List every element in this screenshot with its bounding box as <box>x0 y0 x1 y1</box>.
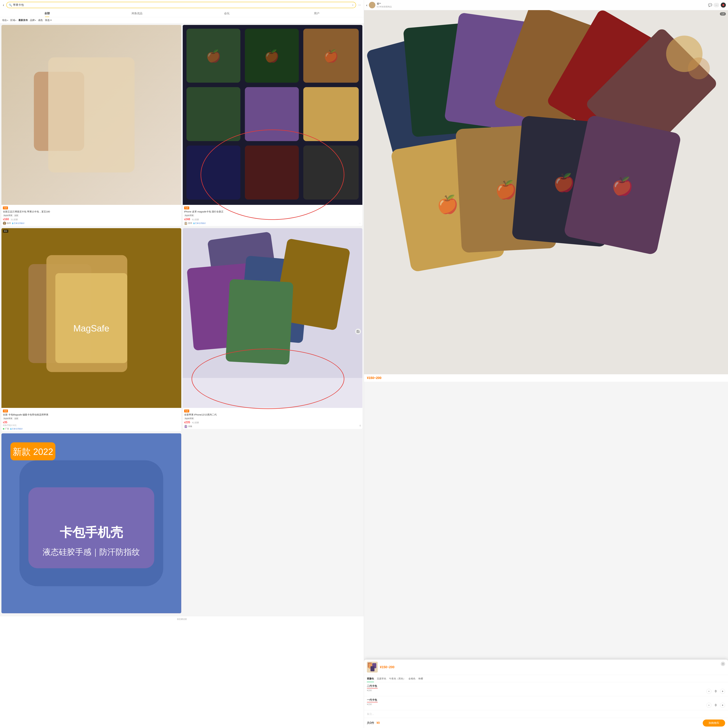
shipping-badge-3: 包邮 <box>3 409 8 412</box>
search-text: 苹果卡包 <box>13 3 351 7</box>
record-button[interactable] <box>721 3 726 8</box>
product-main-image[interactable]: 🍎 🍎 🍎 🍎 1/4 <box>364 10 728 374</box>
product-image-2: 🍎 🍎 🍎 <box>183 25 362 205</box>
scroll-up-button[interactable]: ↑ <box>359 424 361 428</box>
shipping-badge-2: 包邮 <box>184 207 189 209</box>
header-actions: 💬 ··· <box>708 3 726 8</box>
product-card-3[interactable]: MagSafe 新款 包邮 全新 卡包Magsafe 磁吸卡包带动画适用苹果 A… <box>2 228 181 431</box>
more-options-button[interactable]: ··· <box>359 222 361 225</box>
qty-value-gen1: 0 <box>714 703 718 707</box>
clear-icon[interactable]: × <box>352 4 353 6</box>
total-info: 共0件 ¥0 <box>367 721 380 725</box>
tab-youpin[interactable]: 闲鱼优品 <box>92 10 182 17</box>
tab-users[interactable]: 用户 <box>272 10 362 17</box>
svg-text:卡包手机壳: 卡包手机壳 <box>60 526 123 539</box>
purchase-popup: ¥150~200 × 紫藤色 花菱草色 午夜色（黑色） 金褐色 绛樱 二代卡包 … <box>364 659 728 728</box>
filter-condition[interactable]: 成色 <box>38 18 43 22</box>
svg-text:新款 2022: 新款 2022 <box>13 447 53 457</box>
svg-text:🍎: 🍎 <box>206 49 221 63</box>
wechat-icon[interactable]: 💬 <box>708 3 712 7</box>
filter-more[interactable]: 筛选 ≡ <box>45 18 52 22</box>
bottom-hint: 你交易过的 <box>0 616 364 622</box>
color-tab-jiangying[interactable]: 绛樱 <box>418 677 423 682</box>
svg-rect-23 <box>245 146 299 199</box>
left-column: 包邮 全新正品兰博基尼卡包 苹果13卡包，某宝180 Apple/苹果 全新 ¥… <box>1 24 182 615</box>
filter-brand[interactable]: 品牌 ▾ <box>30 18 36 22</box>
seller-avatar-4 <box>184 425 187 428</box>
products-scroll[interactable]: 包邮 全新正品兰博基尼卡包 苹果13卡包，某宝180 Apple/苹果 全新 ¥… <box>0 23 364 728</box>
svg-rect-58 <box>370 666 375 671</box>
filter-bar: 综合 ▾ 区域 ▾ 最新发布 品牌 ▾ 成色 筛选 ≡ <box>0 17 364 23</box>
svg-point-36 <box>371 3 373 6</box>
more-button[interactable]: ··· <box>358 2 362 8</box>
wallets-photo: 🍎 🍎 🍎 🍎 <box>364 10 728 374</box>
qty-decrease-gen1[interactable]: − <box>706 703 711 708</box>
popup-footer: 共0件 ¥0 加购物车 <box>364 718 728 728</box>
price-strikethrough: ¥150~200 <box>364 374 728 382</box>
left-panel: ‹ 🔍 苹果卡包 × ··· 全部 闲鱼优品 会玩 用户 综合 ▾ 区域 ▾ 最… <box>0 0 364 728</box>
search-input-wrapper[interactable]: 🔍 苹果卡包 × <box>6 2 356 8</box>
username: 紫** <box>377 2 707 5</box>
chevron-down-icon: ▾ <box>7 19 8 21</box>
svg-point-35 <box>185 425 187 427</box>
qty-value-gen2: 0 <box>714 690 718 693</box>
svg-text:液态硅胶手感｜防汗防指纹: 液态硅胶手感｜防汗防指纹 <box>43 547 140 557</box>
product-image-4 <box>183 228 362 378</box>
filter-composite[interactable]: 综合 ▾ <box>2 18 8 22</box>
tab-play[interactable]: 会玩 <box>182 10 272 17</box>
product-card-4[interactable]: 包邮 全新苹果 iPhone12/13系列二代 Apple/苹果 ¥235 4人… <box>183 228 362 429</box>
product-image-1 <box>20 43 163 187</box>
svg-text:🍎: 🍎 <box>553 172 575 193</box>
right-back-button[interactable]: ‹ <box>366 3 367 7</box>
sku-name-gen1: 一代卡包 <box>367 698 725 702</box>
chevron-down-icon: ▾ <box>15 19 16 21</box>
qty-increase-gen1[interactable]: + <box>720 703 725 708</box>
svg-point-2 <box>4 222 5 224</box>
product-card-5[interactable]: 卡包手机壳 液态硅胶手感｜防汗防指纹 新款 2022 <box>2 433 181 613</box>
svg-rect-1 <box>48 57 135 172</box>
more-options-button[interactable]: ··· <box>714 3 719 7</box>
svg-rect-20 <box>245 87 299 141</box>
filter-latest[interactable]: 最新发布 <box>18 18 28 22</box>
save-button[interactable] <box>355 329 361 334</box>
user-avatar <box>369 2 375 8</box>
qty-increase-gen2[interactable]: + <box>720 689 725 694</box>
color-tab-jinhui[interactable]: 金褐色 <box>408 677 416 682</box>
user-info: 紫** 6小时前查看商品 <box>377 2 707 8</box>
note-area[interactable]: 备注... <box>364 710 728 718</box>
price-value: ¥150~200 <box>367 376 381 380</box>
product-image-3: MagSafe <box>2 228 181 408</box>
filter-area[interactable]: 区域 ▾ <box>10 18 16 22</box>
product-card-1[interactable]: 包邮 全新正品兰博基尼卡包 苹果13卡包，某宝180 Apple/苹果 全新 ¥… <box>2 25 181 226</box>
svg-rect-19 <box>186 87 240 141</box>
svg-point-53 <box>688 57 710 79</box>
color-tab-wuye[interactable]: 午夜色（黑色） <box>389 677 405 682</box>
tab-bar: 全部 闲鱼优品 会玩 用户 <box>0 10 364 17</box>
svg-text:🍎: 🍎 <box>495 179 517 200</box>
popup-header: ¥150~200 × <box>364 659 728 675</box>
tab-all[interactable]: 全部 <box>2 10 92 17</box>
popup-close-button[interactable]: × <box>721 662 725 666</box>
search-icon: 🔍 <box>9 4 12 6</box>
svg-text:🍎: 🍎 <box>265 49 279 63</box>
svg-rect-6 <box>55 273 127 363</box>
color-tab-huaju[interactable]: 花菱草色 <box>377 677 386 682</box>
search-bar: ‹ 🔍 苹果卡包 × ··· <box>0 0 364 10</box>
total-count: 共0件 <box>367 721 374 724</box>
product-card-2[interactable]: 🍎 🍎 🍎 包邮 iPhone 皮革 magsafe卡包 国行全新正 Apple… <box>183 25 362 226</box>
add-to-cart-button[interactable]: 加购物车 <box>703 719 725 726</box>
seller-avatar-2 <box>184 222 187 225</box>
sku-underline-gen1 <box>367 702 378 702</box>
sku-section-gen1: 一代卡包 ¥150 − 0 + <box>364 696 728 710</box>
svg-rect-21 <box>303 87 359 141</box>
qty-decrease-gen2[interactable]: − <box>706 689 711 694</box>
image-counter: 1/4 <box>720 12 726 15</box>
right-panel: ‹ 紫** 6小时前查看商品 💬 ··· <box>364 0 728 728</box>
online-indicator <box>3 428 5 429</box>
color-tabs: 紫藤色 花菱草色 午夜色（黑色） 金褐色 绛樱 <box>364 675 728 682</box>
svg-rect-34 <box>225 279 294 365</box>
color-tab-ziteng[interactable]: 紫藤色 <box>367 677 374 682</box>
sku-qty-gen2: − 0 + <box>367 689 725 694</box>
seller-avatar <box>3 222 6 225</box>
back-button[interactable]: ‹ <box>2 2 5 8</box>
